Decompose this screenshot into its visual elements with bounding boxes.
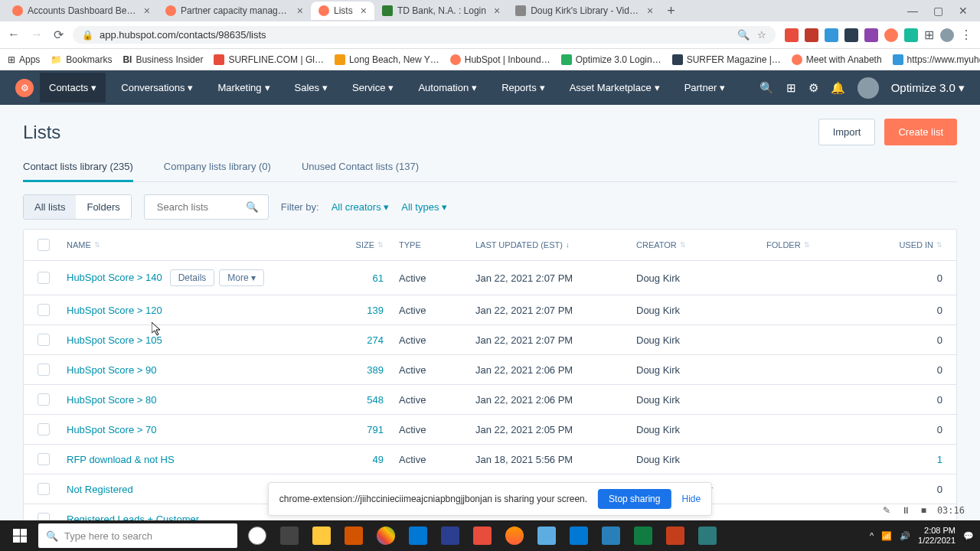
nav-contacts[interactable]: Contacts▾ [40, 73, 106, 103]
import-button[interactable]: Import [818, 119, 876, 145]
close-icon[interactable]: × [297, 5, 303, 17]
notifications-icon[interactable]: 💬 [963, 531, 974, 541]
size-link[interactable]: 49 [373, 454, 384, 465]
folders-toggle[interactable]: Folders [76, 195, 130, 219]
nav-marketing[interactable]: Marketing▾ [208, 73, 279, 103]
close-icon[interactable]: × [361, 5, 367, 17]
user-avatar[interactable] [858, 77, 879, 99]
column-used[interactable]: USED IN⇅ [881, 239, 942, 251]
menu-icon[interactable]: ⋮ [960, 28, 972, 42]
list-name-link[interactable]: HubSpot Score > 70 [67, 424, 156, 435]
filter-types[interactable]: All types ▾ [401, 201, 447, 213]
task-icon[interactable] [403, 521, 433, 550]
filter-creators[interactable]: All creators ▾ [332, 201, 390, 213]
forward-icon[interactable]: → [31, 28, 43, 42]
details-button[interactable]: Details [170, 269, 215, 286]
extension-icon[interactable] [864, 28, 878, 42]
task-icon[interactable] [628, 521, 658, 550]
nav-service[interactable]: Service▾ [343, 73, 403, 103]
row-checkbox[interactable] [38, 304, 50, 316]
used-in-cell[interactable]: 1 [937, 454, 942, 465]
hubspot-logo[interactable]: ⚙ [15, 79, 34, 97]
column-name[interactable]: NAME⇅ [67, 239, 322, 251]
tab-contact-lists[interactable]: Contact lists library (235) [23, 156, 133, 182]
size-link[interactable]: 274 [367, 334, 384, 346]
task-icon[interactable] [596, 521, 626, 550]
extension-icon[interactable] [904, 28, 918, 42]
star-icon[interactable]: ☆ [757, 29, 766, 41]
bookmark-item[interactable]: BIBusiness Insider [122, 54, 203, 65]
taskbar-search[interactable]: 🔍Type here to search [38, 523, 237, 548]
extensions-menu-icon[interactable]: ⊞ [924, 28, 934, 42]
browser-tab[interactable]: Partner capacity manager | HubS× [158, 2, 311, 20]
select-all-checkbox[interactable] [38, 239, 50, 251]
list-name-link[interactable]: Registered Leads + Customer [67, 514, 199, 521]
task-icon[interactable] [242, 521, 273, 550]
bookmark-item[interactable]: SURFLINE.COM | Gl… [214, 54, 323, 65]
close-window-icon[interactable]: ✕ [959, 5, 968, 17]
column-size[interactable]: SIZE⇅ [322, 239, 399, 251]
row-checkbox[interactable] [38, 453, 50, 465]
bookmark-item[interactable]: Meet with Anabeth [792, 54, 882, 65]
row-checkbox[interactable] [38, 334, 50, 346]
bookmark-item[interactable]: https://www.myuhc… [893, 54, 980, 65]
extension-icon[interactable] [884, 28, 898, 42]
start-button[interactable] [6, 522, 34, 549]
browser-tab[interactable]: Accounts Dashboard Beta | HubS× [5, 2, 158, 20]
close-icon[interactable]: × [144, 5, 150, 17]
row-checkbox[interactable] [38, 364, 50, 376]
nav-asset-marketplace[interactable]: Asset Marketplace▾ [560, 73, 669, 103]
more-button[interactable]: More ▾ [219, 269, 264, 286]
extension-icon[interactable] [805, 28, 818, 42]
notifications-icon[interactable]: 🔔 [831, 81, 845, 95]
row-checkbox[interactable] [38, 513, 50, 520]
tab-company-lists[interactable]: Company lists library (0) [164, 156, 271, 181]
minimize-icon[interactable]: — [907, 5, 918, 17]
row-checkbox[interactable] [38, 272, 50, 284]
row-checkbox[interactable] [38, 423, 50, 435]
close-icon[interactable]: × [647, 5, 653, 17]
browser-tab-active[interactable]: Lists× [311, 2, 374, 20]
edit-icon[interactable]: ✎ [883, 505, 890, 516]
nav-automation[interactable]: Automation▾ [409, 73, 486, 103]
nav-reports[interactable]: Reports▾ [492, 73, 554, 103]
task-icon[interactable] [692, 521, 723, 550]
pause-icon[interactable]: ⏸ [901, 505, 910, 516]
search-icon[interactable]: 🔍 [760, 81, 774, 95]
task-icon[interactable] [338, 521, 369, 550]
volume-icon[interactable]: 🔊 [900, 531, 910, 541]
row-checkbox[interactable] [38, 483, 50, 495]
zoom-icon[interactable]: 🔍 [737, 29, 750, 41]
task-icon[interactable] [274, 521, 305, 550]
extension-icon[interactable] [785, 28, 799, 42]
browser-tab[interactable]: TD Bank, N.A. : Login× [374, 2, 508, 20]
profile-avatar[interactable] [940, 28, 954, 42]
hide-sharing-button[interactable]: Hide [681, 494, 701, 504]
size-link[interactable]: 389 [367, 364, 384, 376]
create-list-button[interactable]: Create list [884, 119, 957, 145]
task-icon[interactable] [564, 521, 594, 550]
reload-icon[interactable]: ⟳ [54, 28, 64, 42]
task-icon[interactable] [306, 521, 337, 550]
url-input[interactable]: 🔒 app.hubspot.com/contacts/98635/lists 🔍… [73, 26, 776, 44]
task-icon[interactable] [467, 521, 498, 550]
marketplace-icon[interactable]: ⊞ [786, 81, 796, 95]
nav-conversations[interactable]: Conversations▾ [112, 73, 202, 103]
task-icon[interactable] [435, 521, 466, 550]
search-input[interactable] [151, 195, 243, 219]
bookmark-item[interactable]: Long Beach, New Y… [335, 54, 439, 65]
extension-icon[interactable] [825, 28, 838, 42]
maximize-icon[interactable]: ▢ [933, 5, 943, 17]
nav-sales[interactable]: Sales▾ [286, 73, 338, 103]
extension-icon[interactable] [844, 28, 858, 42]
list-name-link[interactable]: Not Registered [67, 484, 133, 495]
column-creator[interactable]: CREATOR⇅ [636, 239, 766, 251]
list-name-link[interactable]: HubSpot Score > 105 [67, 334, 162, 346]
systray-chevron[interactable]: ^ [870, 531, 874, 540]
bookmark-item[interactable]: Optimize 3.0 Login… [561, 54, 662, 65]
tab-unused-lists[interactable]: Unused Contact lists (137) [302, 156, 419, 181]
task-icon[interactable] [499, 521, 530, 550]
size-link[interactable]: 61 [373, 272, 384, 284]
task-icon[interactable] [531, 521, 562, 550]
bookmark-item[interactable]: 📁Bookmarks [51, 54, 112, 65]
